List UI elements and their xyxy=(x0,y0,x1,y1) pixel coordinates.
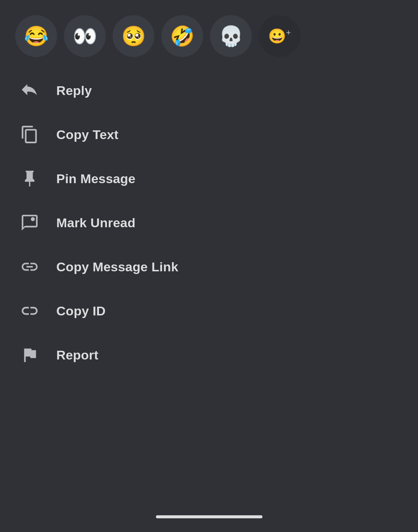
pin-message-label: Pin Message xyxy=(56,171,135,186)
add-emoji-button[interactable]: 😀+ xyxy=(259,15,300,57)
emoji-skull-button[interactable]: 💀 xyxy=(210,15,252,57)
copy-id-menu-item[interactable]: Copy ID xyxy=(0,289,418,333)
copy-message-link-menu-item[interactable]: Copy Message Link xyxy=(0,245,418,289)
emoji-rofl-button[interactable]: 🤣 xyxy=(161,15,203,57)
pin-message-icon xyxy=(18,167,41,190)
emoji-pleading-button[interactable]: 🥺 xyxy=(113,15,154,57)
pin-message-menu-item[interactable]: Pin Message xyxy=(0,157,418,201)
emoji-laugh-button[interactable]: 😂 xyxy=(15,15,57,57)
reply-icon xyxy=(18,79,41,102)
home-indicator xyxy=(156,515,262,518)
report-icon xyxy=(18,344,41,366)
copy-message-link-icon xyxy=(18,255,41,278)
emoji-eyes-button[interactable]: 👀 xyxy=(64,15,106,57)
report-label: Report xyxy=(56,348,99,363)
copy-text-menu-item[interactable]: Copy Text xyxy=(0,112,418,157)
emoji-reaction-row: 😂 👀 🥺 🤣 💀 😀+ xyxy=(0,0,418,65)
reply-menu-item[interactable]: Reply xyxy=(0,68,418,112)
mark-unread-label: Mark Unread xyxy=(56,215,135,230)
report-menu-item[interactable]: Report xyxy=(0,333,418,377)
copy-id-icon xyxy=(18,299,41,322)
mark-unread-menu-item[interactable]: Mark Unread xyxy=(0,201,418,245)
copy-message-link-label: Copy Message Link xyxy=(56,260,178,274)
mark-unread-icon xyxy=(18,211,41,234)
context-menu: Reply Copy Text Pin Message Mark Unread xyxy=(0,65,418,506)
reply-label: Reply xyxy=(56,83,92,98)
bottom-bar xyxy=(0,506,418,532)
add-emoji-icon: 😀+ xyxy=(268,28,291,44)
copy-text-icon xyxy=(18,123,41,146)
copy-text-label: Copy Text xyxy=(56,127,119,142)
copy-id-label: Copy ID xyxy=(56,304,106,318)
